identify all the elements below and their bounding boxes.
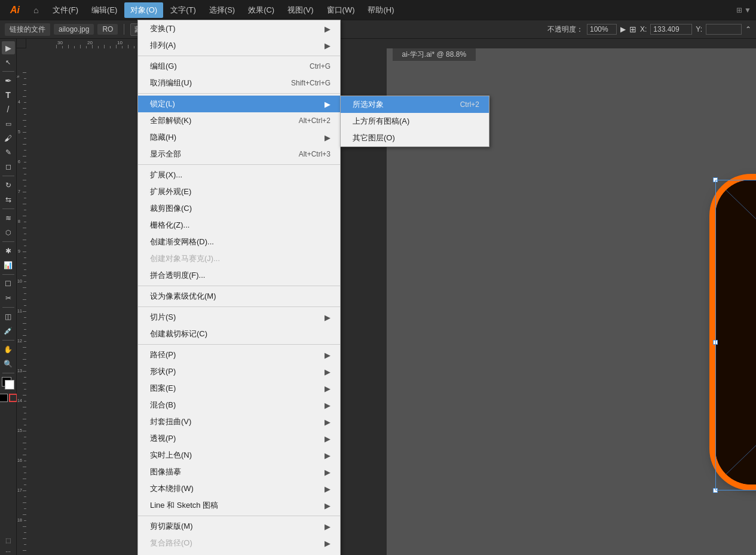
menu-item-transform[interactable]: 变换(T) ▶ bbox=[138, 20, 340, 37]
graph-tool[interactable]: 📊 bbox=[2, 259, 15, 272]
menu-item-path[interactable]: 路径(P) ▶ bbox=[138, 347, 340, 363]
opacity-arrow[interactable]: ▶ bbox=[620, 25, 626, 33]
menu-item-live-paint[interactable]: 实时上色(N) ▶ bbox=[138, 447, 340, 464]
change-screen-mode[interactable]: ⬚ bbox=[5, 537, 11, 544]
toolbar-tab-ailogo[interactable]: ailogo.jpg bbox=[54, 24, 94, 35]
foreground-color[interactable] bbox=[2, 377, 15, 390]
x-input[interactable] bbox=[650, 24, 692, 35]
svg-text:30: 30 bbox=[57, 40, 63, 45]
line-tool[interactable]: / bbox=[2, 103, 15, 116]
menu-item-hide[interactable]: 隐藏(H) ▶ bbox=[138, 129, 340, 146]
svg-rect-71 bbox=[23, 240, 26, 240]
menu-item-perspective[interactable]: 透视(P) ▶ bbox=[138, 430, 340, 447]
toolbar-tab-linked[interactable]: 链接的文件 bbox=[5, 23, 50, 36]
menu-item-show-all[interactable]: 显示全部 Alt+Ctrl+3 bbox=[138, 146, 340, 162]
pencil-tool[interactable]: ✎ bbox=[2, 146, 15, 159]
menu-file[interactable]: 文件(F) bbox=[47, 2, 84, 18]
svg-rect-96 bbox=[24, 389, 26, 390]
mirror-tool[interactable]: ⇆ bbox=[2, 193, 15, 206]
artwork-inner: Ai bbox=[715, 180, 757, 485]
opacity-input[interactable] bbox=[587, 24, 617, 35]
menu-item-image-trace[interactable]: 图像描摹 ▶ bbox=[138, 464, 340, 480]
eyedropper-tool[interactable]: 💉 bbox=[2, 324, 15, 338]
svg-rect-54 bbox=[24, 138, 26, 139]
menu-item-slice[interactable]: 切片(S) ▶ bbox=[138, 309, 340, 326]
menu-item-text-wrap[interactable]: 文本绕排(W) ▶ bbox=[138, 480, 340, 497]
menu-item-crop-image[interactable]: 裁剪图像(C) bbox=[138, 200, 340, 217]
menu-item-pixel-perfect[interactable]: 设为像素级优化(M) bbox=[138, 288, 340, 305]
tool-sep-2 bbox=[2, 176, 14, 176]
menu-sep-4 bbox=[138, 286, 340, 286]
rotate-tool[interactable]: ↻ bbox=[2, 179, 15, 192]
menu-select[interactable]: 选择(S) bbox=[203, 2, 241, 18]
menu-item-gradient-mesh[interactable]: 创建渐变网格(D)... bbox=[138, 234, 340, 250]
direct-select-tool[interactable]: ↖ bbox=[2, 56, 15, 69]
menu-item-trim-marks[interactable]: 创建裁切标记(C) bbox=[138, 326, 340, 342]
svg-rect-56 bbox=[24, 150, 26, 151]
slice-tool[interactable]: ✂ bbox=[2, 292, 15, 305]
lock-selected[interactable]: 所选对象 Ctrl+2 bbox=[341, 96, 489, 113]
warp-tool[interactable]: ≋ bbox=[2, 211, 15, 225]
more-tools[interactable]: ··· bbox=[5, 548, 10, 555]
type-tool[interactable]: T bbox=[2, 88, 15, 102]
no-fill-swatch[interactable] bbox=[9, 394, 17, 402]
menu-item-rasterize[interactable]: 栅格化(Z)... bbox=[138, 217, 340, 234]
handle-middle-left[interactable] bbox=[713, 340, 718, 345]
menu-item-expand-appearance[interactable]: 扩展外观(E) bbox=[138, 183, 340, 200]
menu-item-envelope[interactable]: 封套扭曲(V) ▶ bbox=[138, 413, 340, 430]
menu-window[interactable]: 窗口(W) bbox=[321, 2, 361, 18]
more-arrow[interactable]: ⌃ bbox=[745, 25, 751, 33]
menu-item-blend[interactable]: 混合(B) ▶ bbox=[138, 397, 340, 413]
handle-bottom-left[interactable] bbox=[713, 488, 718, 493]
menu-item-pattern[interactable]: 图案(E) ▶ bbox=[138, 380, 340, 397]
svg-text:16: 16 bbox=[17, 458, 22, 462]
menu-item-shape[interactable]: 形状(P) ▶ bbox=[138, 363, 340, 380]
toolbar-tab-ro[interactable]: RO bbox=[97, 24, 118, 35]
svg-rect-118 bbox=[24, 520, 26, 521]
symbol-tool[interactable]: ✱ bbox=[2, 244, 15, 257]
menu-sep-3 bbox=[138, 164, 340, 165]
free-transform-tool[interactable]: ⬡ bbox=[2, 226, 15, 239]
svg-rect-115 bbox=[23, 502, 26, 503]
menu-text[interactable]: 文字(T) bbox=[164, 2, 202, 18]
lock-above[interactable]: 上方所有图稿(A) bbox=[341, 113, 489, 130]
menu-item-artboard[interactable]: 画板(A) ▶ bbox=[138, 551, 340, 555]
y-input[interactable] bbox=[706, 24, 742, 35]
menu-item-flatten[interactable]: 拼合透明度(F)... bbox=[138, 267, 340, 284]
eraser-tool[interactable]: ◻ bbox=[2, 160, 15, 173]
svg-text:7: 7 bbox=[18, 189, 20, 194]
select-tool[interactable]: ▶ bbox=[2, 41, 15, 54]
svg-rect-104 bbox=[24, 437, 26, 437]
menu-effect[interactable]: 效果(C) bbox=[242, 2, 280, 18]
home-icon[interactable]: ⌂ bbox=[30, 5, 42, 15]
menu-sep-5 bbox=[138, 306, 340, 307]
menu-help[interactable]: 帮助(H) bbox=[362, 2, 400, 18]
gradient-tool[interactable]: ◫ bbox=[2, 310, 15, 323]
menu-object[interactable]: 对象(O) bbox=[124, 2, 163, 18]
menu-item-group[interactable]: 编组(G) Ctrl+G bbox=[138, 58, 340, 75]
menu-item-line-sketch[interactable]: Line 和 Sketch 图稿 ▶ bbox=[138, 497, 340, 514]
zoom-tool[interactable]: 🔍 bbox=[2, 357, 15, 370]
transform-icon[interactable]: ⊞ bbox=[629, 24, 636, 34]
menu-item-ungroup[interactable]: 取消编组(U) Shift+Ctrl+G bbox=[138, 75, 340, 91]
bottom-tools: ⬚ ··· bbox=[5, 537, 11, 555]
svg-rect-69 bbox=[23, 228, 26, 228]
pen-tool[interactable]: ✒ bbox=[2, 74, 15, 87]
brush-tool[interactable]: 🖌 bbox=[2, 131, 15, 145]
fill-swatch[interactable] bbox=[0, 394, 8, 402]
svg-rect-90 bbox=[24, 353, 26, 354]
lock-other-layers[interactable]: 其它图层(O) bbox=[341, 130, 489, 146]
secondary-toolbar: 链接的文件 ailogo.jpg RO 蒙版 裁剪图像 不透明度： ▶ ⊞ X:… bbox=[0, 20, 756, 39]
menu-view[interactable]: 视图(V) bbox=[281, 2, 319, 18]
menu-edit[interactable]: 编辑(E) bbox=[85, 2, 123, 18]
rect-tool[interactable]: ▭ bbox=[2, 117, 15, 130]
menu-item-expand[interactable]: 扩展(X)... bbox=[138, 167, 340, 183]
hand-tool[interactable]: ✋ bbox=[2, 343, 15, 356]
artboard-tool[interactable]: ☐ bbox=[2, 277, 15, 290]
menu-item-lock[interactable]: 锁定(L) ▶ 所选对象 Ctrl+2 上方所有图稿(A) 其它图层(O) bbox=[138, 96, 340, 112]
handle-top-left[interactable] bbox=[713, 177, 718, 182]
menu-item-arrange[interactable]: 排列(A) ▶ bbox=[138, 37, 340, 54]
menu-item-clipping-mask[interactable]: 剪切蒙版(M) ▶ bbox=[138, 518, 340, 535]
svg-text:3: 3 bbox=[17, 75, 20, 78]
menu-item-unlock-all[interactable]: 全部解锁(K) Alt+Ctrl+2 bbox=[138, 112, 340, 129]
